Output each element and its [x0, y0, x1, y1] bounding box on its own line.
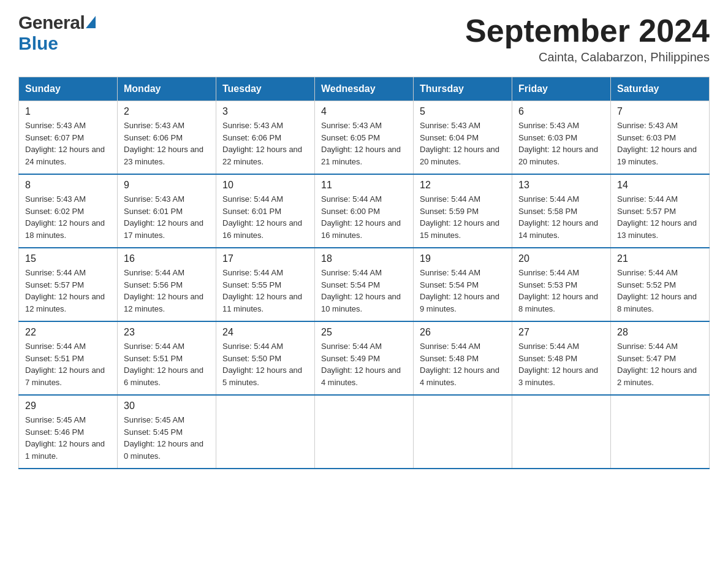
day-info: Sunrise: 5:44 AMSunset: 5:56 PMDaylight:…: [124, 267, 210, 315]
calendar-cell: 8Sunrise: 5:43 AMSunset: 6:02 PMDaylight…: [19, 174, 118, 248]
day-of-week-header: Tuesday: [216, 77, 315, 101]
daylight-text: Daylight: 12 hours and 7 minutes.: [25, 364, 111, 388]
calendar-cell: 20Sunrise: 5:44 AMSunset: 5:53 PMDayligh…: [512, 248, 611, 321]
day-number: 17: [222, 253, 308, 264]
daylight-text: Daylight: 12 hours and 12 minutes.: [124, 291, 210, 315]
logo-arrow-icon: [86, 16, 96, 28]
daylight-text: Daylight: 12 hours and 8 minutes.: [518, 291, 604, 315]
daylight-text: Daylight: 12 hours and 4 minutes.: [420, 364, 506, 388]
day-info: Sunrise: 5:44 AMSunset: 5:54 PMDaylight:…: [321, 267, 407, 315]
day-number: 2: [124, 106, 210, 117]
day-number: 8: [25, 180, 111, 191]
day-number: 29: [25, 400, 111, 412]
day-number: 10: [222, 180, 308, 191]
calendar-cell: 3Sunrise: 5:43 AMSunset: 6:06 PMDaylight…: [216, 101, 315, 175]
day-info: Sunrise: 5:44 AMSunset: 5:48 PMDaylight:…: [518, 340, 604, 388]
day-info: Sunrise: 5:44 AMSunset: 5:59 PMDaylight:…: [420, 193, 506, 241]
calendar-cell: 5Sunrise: 5:43 AMSunset: 6:04 PMDaylight…: [414, 101, 512, 175]
sunset-text: Sunset: 6:04 PM: [420, 132, 506, 144]
day-number: 3: [222, 106, 308, 117]
day-number: 22: [25, 327, 111, 338]
day-number: 11: [321, 180, 407, 191]
day-number: 30: [124, 400, 210, 412]
calendar-cell: 12Sunrise: 5:44 AMSunset: 5:59 PMDayligh…: [414, 174, 512, 248]
sunset-text: Sunset: 6:03 PM: [617, 132, 703, 144]
sunrise-text: Sunrise: 5:43 AM: [222, 120, 308, 132]
calendar-cell: 11Sunrise: 5:44 AMSunset: 6:00 PMDayligh…: [315, 174, 414, 248]
day-info: Sunrise: 5:44 AMSunset: 5:53 PMDaylight:…: [518, 267, 604, 315]
calendar-cell: 15Sunrise: 5:44 AMSunset: 5:57 PMDayligh…: [19, 248, 118, 321]
daylight-text: Daylight: 12 hours and 20 minutes.: [420, 144, 506, 167]
day-number: 1: [25, 106, 111, 117]
calendar-cell: 4Sunrise: 5:43 AMSunset: 6:05 PMDaylight…: [315, 101, 414, 175]
calendar-cell: 30Sunrise: 5:45 AMSunset: 5:45 PMDayligh…: [118, 395, 216, 469]
calendar-cell: 10Sunrise: 5:44 AMSunset: 6:01 PMDayligh…: [216, 174, 315, 248]
calendar-week-row: 15Sunrise: 5:44 AMSunset: 5:57 PMDayligh…: [19, 248, 710, 321]
daylight-text: Daylight: 12 hours and 10 minutes.: [321, 291, 407, 315]
daylight-text: Daylight: 12 hours and 15 minutes.: [420, 217, 506, 241]
daylight-text: Daylight: 12 hours and 16 minutes.: [321, 217, 407, 241]
sunset-text: Sunset: 5:59 PM: [420, 205, 506, 218]
calendar-cell: 18Sunrise: 5:44 AMSunset: 5:54 PMDayligh…: [315, 248, 414, 321]
day-info: Sunrise: 5:43 AMSunset: 6:04 PMDaylight:…: [420, 120, 506, 167]
daylight-text: Daylight: 12 hours and 17 minutes.: [124, 217, 210, 241]
sunset-text: Sunset: 5:49 PM: [321, 353, 407, 365]
sunrise-text: Sunrise: 5:44 AM: [222, 267, 308, 279]
sunrise-text: Sunrise: 5:43 AM: [124, 193, 210, 205]
sunrise-text: Sunrise: 5:43 AM: [617, 120, 703, 132]
calendar-week-row: 8Sunrise: 5:43 AMSunset: 6:02 PMDaylight…: [19, 174, 710, 248]
sunset-text: Sunset: 5:55 PM: [222, 279, 308, 291]
daylight-text: Daylight: 12 hours and 19 minutes.: [617, 144, 703, 167]
day-number: 21: [617, 253, 703, 264]
daylight-text: Daylight: 12 hours and 23 minutes.: [124, 144, 210, 167]
sunset-text: Sunset: 5:57 PM: [617, 205, 703, 218]
day-info: Sunrise: 5:44 AMSunset: 5:48 PMDaylight:…: [420, 340, 506, 388]
sunrise-text: Sunrise: 5:43 AM: [25, 193, 111, 205]
day-info: Sunrise: 5:43 AMSunset: 6:06 PMDaylight:…: [124, 120, 210, 167]
day-info: Sunrise: 5:45 AMSunset: 5:45 PMDaylight:…: [124, 414, 210, 462]
sunrise-text: Sunrise: 5:45 AM: [25, 414, 111, 426]
day-of-week-header: Thursday: [414, 77, 512, 101]
sunset-text: Sunset: 6:03 PM: [518, 132, 604, 144]
day-number: 18: [321, 253, 407, 264]
sunset-text: Sunset: 5:45 PM: [124, 426, 210, 439]
daylight-text: Daylight: 12 hours and 16 minutes.: [222, 217, 308, 241]
day-info: Sunrise: 5:43 AMSunset: 6:01 PMDaylight:…: [124, 193, 210, 241]
sunset-text: Sunset: 5:57 PM: [25, 279, 111, 291]
day-info: Sunrise: 5:44 AMSunset: 5:58 PMDaylight:…: [518, 193, 604, 241]
day-info: Sunrise: 5:43 AMSunset: 6:03 PMDaylight:…: [617, 120, 703, 167]
daylight-text: Daylight: 12 hours and 18 minutes.: [25, 217, 111, 241]
day-info: Sunrise: 5:44 AMSunset: 6:00 PMDaylight:…: [321, 193, 407, 241]
day-of-week-header: Saturday: [611, 77, 710, 101]
sunrise-text: Sunrise: 5:44 AM: [25, 340, 111, 353]
sunrise-text: Sunrise: 5:44 AM: [518, 193, 604, 205]
daylight-text: Daylight: 12 hours and 6 minutes.: [124, 364, 210, 388]
daylight-text: Daylight: 12 hours and 8 minutes.: [617, 291, 703, 315]
calendar-cell: [512, 395, 611, 469]
sunrise-text: Sunrise: 5:44 AM: [518, 340, 604, 353]
sunrise-text: Sunrise: 5:44 AM: [124, 267, 210, 279]
day-of-week-header: Sunday: [19, 77, 118, 101]
sunset-text: Sunset: 6:01 PM: [222, 205, 308, 218]
sunset-text: Sunset: 5:48 PM: [518, 353, 604, 365]
sunset-text: Sunset: 5:54 PM: [420, 279, 506, 291]
sunrise-text: Sunrise: 5:44 AM: [617, 193, 703, 205]
daylight-text: Daylight: 12 hours and 1 minute.: [25, 438, 111, 462]
day-number: 13: [518, 180, 604, 191]
sunrise-text: Sunrise: 5:44 AM: [25, 267, 111, 279]
day-number: 14: [617, 180, 703, 191]
day-number: 28: [617, 327, 703, 338]
day-number: 20: [518, 253, 604, 264]
sunrise-text: Sunrise: 5:44 AM: [420, 193, 506, 205]
calendar-cell: [315, 395, 414, 469]
day-number: 25: [321, 327, 407, 338]
calendar-cell: 17Sunrise: 5:44 AMSunset: 5:55 PMDayligh…: [216, 248, 315, 321]
day-number: 15: [25, 253, 111, 264]
day-number: 19: [420, 253, 506, 264]
calendar-header-row: SundayMondayTuesdayWednesdayThursdayFrid…: [19, 77, 710, 101]
calendar-cell: 13Sunrise: 5:44 AMSunset: 5:58 PMDayligh…: [512, 174, 611, 248]
calendar-cell: 16Sunrise: 5:44 AMSunset: 5:56 PMDayligh…: [118, 248, 216, 321]
day-info: Sunrise: 5:44 AMSunset: 5:55 PMDaylight:…: [222, 267, 308, 315]
daylight-text: Daylight: 12 hours and 5 minutes.: [222, 364, 308, 388]
day-number: 6: [518, 106, 604, 117]
